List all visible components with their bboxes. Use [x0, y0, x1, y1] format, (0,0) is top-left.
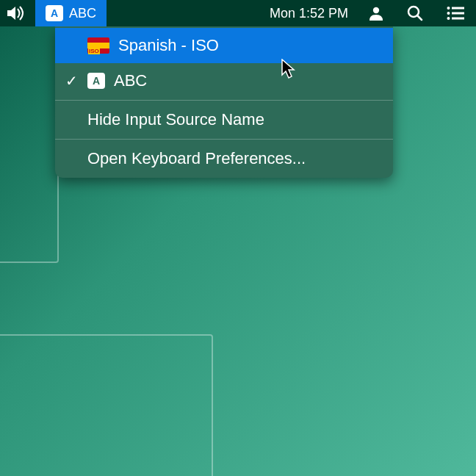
svg-rect-8	[452, 18, 464, 20]
svg-rect-6	[452, 12, 464, 15]
input-source-dropdown: ISO Spanish - ISO ✓ A ABC Hide Input Sou…	[55, 26, 393, 178]
svg-point-0	[373, 7, 379, 13]
search-icon	[407, 5, 423, 21]
list-icon	[447, 7, 464, 20]
abc-badge-icon: A	[87, 73, 105, 89]
checkmark-icon: ✓	[64, 72, 79, 90]
input-source-menu[interactable]: A ABC	[35, 0, 107, 26]
input-source-item-abc[interactable]: ✓ A ABC	[55, 63, 393, 98]
notification-center[interactable]	[435, 0, 476, 26]
svg-point-5	[447, 12, 450, 15]
volume-menu[interactable]	[0, 0, 35, 26]
datetime-text: Mon 1:52 PM	[270, 6, 348, 21]
menu-separator	[55, 139, 393, 140]
spotlight-search[interactable]	[395, 0, 435, 26]
user-menu[interactable]	[357, 0, 395, 26]
svg-point-3	[447, 7, 450, 10]
hide-input-source-name[interactable]: Hide Input Source Name	[55, 102, 393, 137]
flag-es-icon: ISO	[87, 37, 109, 54]
datetime-menu[interactable]: Mon 1:52 PM	[261, 0, 357, 26]
menu-item-label: ABC	[114, 71, 147, 90]
svg-rect-4	[452, 7, 464, 10]
user-icon	[369, 6, 383, 21]
input-source-item-spanish[interactable]: ISO Spanish - ISO	[55, 28, 393, 63]
svg-point-7	[447, 17, 450, 20]
open-keyboard-preferences[interactable]: Open Keyboard Preferences...	[55, 141, 393, 176]
menu-separator	[55, 100, 393, 101]
menu-item-label: Spanish - ISO	[118, 36, 219, 55]
wallpaper-shape	[0, 334, 213, 476]
menu-item-label: Hide Input Source Name	[87, 110, 264, 129]
volume-icon	[7, 6, 25, 21]
input-source-label: ABC	[69, 6, 96, 21]
input-source-badge-icon: A	[46, 5, 63, 21]
svg-line-2	[417, 15, 422, 20]
menubar: A ABC Mon 1:52 PM	[0, 0, 476, 26]
menu-item-label: Open Keyboard Preferences...	[87, 149, 306, 168]
wallpaper-shape	[0, 21, 59, 263]
